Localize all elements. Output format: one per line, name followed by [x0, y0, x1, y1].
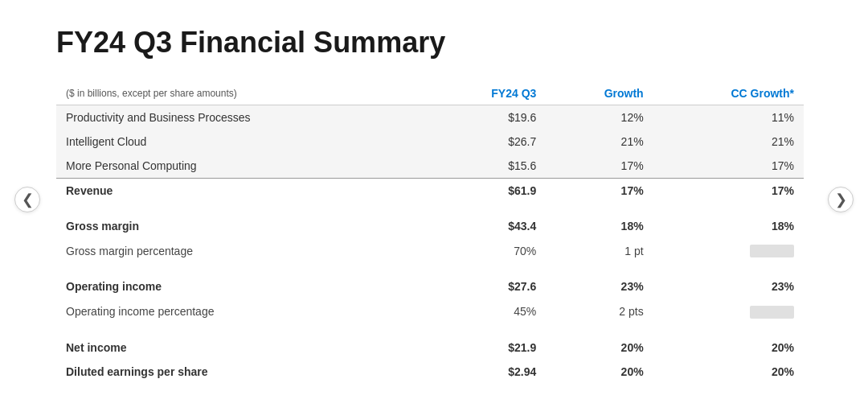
- table-row-more-personal-computing: More Personal Computing $15.6 17% 17%: [56, 154, 804, 179]
- net-income-fy24q3: $21.9: [428, 336, 546, 360]
- operating-income-pct-label: Operating income percentage: [56, 299, 428, 323]
- table-row-revenue: Revenue $61.9 17% 17%: [56, 179, 804, 204]
- table-row-gross-margin: Gross margin $43.4 18% 18%: [56, 214, 804, 238]
- gross-margin-pct-fy24q3: 70%: [428, 238, 546, 263]
- col-header-growth: Growth: [546, 82, 653, 105]
- productivity-cc: 11%: [653, 105, 804, 130]
- table-row-operating-income: Operating income $27.6 23% 23%: [56, 274, 804, 299]
- revenue-label: Revenue: [56, 179, 428, 204]
- financial-summary-table: ($ in billions, except per share amounts…: [56, 82, 804, 384]
- operating-income-pct-fy24q3: 45%: [428, 299, 546, 323]
- revenue-growth: 17%: [546, 179, 653, 204]
- col-header-fy24q3: FY24 Q3: [428, 82, 546, 105]
- productivity-growth: 12%: [546, 105, 653, 130]
- gross-margin-pct-growth: 1 pt: [546, 238, 653, 263]
- col-header-label: ($ in billions, except per share amounts…: [56, 82, 428, 105]
- diluted-eps-cc: 20%: [653, 360, 804, 384]
- net-income-growth: 20%: [546, 336, 653, 360]
- spacer-3: [56, 324, 804, 336]
- intelligent-cloud-fy24q3: $26.7: [428, 130, 546, 154]
- net-income-cc: 20%: [653, 336, 804, 360]
- gross-margin-fy24q3: $43.4: [428, 214, 546, 238]
- left-chevron-icon: ❮: [22, 191, 34, 208]
- table-row-operating-income-pct: Operating income percentage 45% 2 pts: [56, 299, 804, 323]
- operating-income-label: Operating income: [56, 274, 428, 299]
- more-personal-label: More Personal Computing: [56, 154, 428, 179]
- more-personal-fy24q3: $15.6: [428, 154, 546, 179]
- productivity-label: Productivity and Business Processes: [56, 105, 428, 130]
- spacer-2: [56, 263, 804, 274]
- more-personal-cc: 17%: [653, 154, 804, 179]
- gross-margin-growth: 18%: [546, 214, 653, 238]
- revenue-cc: 17%: [653, 179, 804, 204]
- intelligent-cloud-label: Intelligent Cloud: [56, 130, 428, 154]
- table-row-net-income: Net income $21.9 20% 20%: [56, 336, 804, 360]
- operating-income-growth: 23%: [546, 274, 653, 299]
- table-row-diluted-eps: Diluted earnings per share $2.94 20% 20%: [56, 360, 804, 384]
- operating-income-pct-cc: [653, 299, 804, 323]
- gray-placeholder-1: [750, 245, 794, 257]
- productivity-fy24q3: $19.6: [428, 105, 546, 130]
- operating-income-fy24q3: $27.6: [428, 274, 546, 299]
- revenue-fy24q3: $61.9: [428, 179, 546, 204]
- prev-arrow[interactable]: ❮: [14, 187, 40, 212]
- page-title: FY24 Q3 Financial Summary: [56, 26, 804, 60]
- gross-margin-pct-label: Gross margin percentage: [56, 238, 428, 263]
- gross-margin-label: Gross margin: [56, 214, 428, 238]
- gray-placeholder-2: [750, 306, 794, 319]
- table-row-gross-margin-pct: Gross margin percentage 70% 1 pt: [56, 238, 804, 263]
- diluted-eps-label: Diluted earnings per share: [56, 360, 428, 384]
- next-arrow[interactable]: ❯: [828, 187, 854, 212]
- right-chevron-icon: ❯: [835, 191, 847, 208]
- gross-margin-cc: 18%: [653, 214, 804, 238]
- col-header-cc-growth: CC Growth*: [653, 82, 804, 105]
- spacer-1: [56, 203, 804, 214]
- intelligent-cloud-cc: 21%: [653, 130, 804, 154]
- main-container: ❮ ❯ FY24 Q3 Financial Summary ($ in bill…: [0, 0, 868, 400]
- intelligent-cloud-growth: 21%: [546, 130, 653, 154]
- table-row-intelligent-cloud: Intelligent Cloud $26.7 21% 21%: [56, 130, 804, 154]
- more-personal-growth: 17%: [546, 154, 653, 179]
- diluted-eps-fy24q3: $2.94: [428, 360, 546, 384]
- operating-income-cc: 23%: [653, 274, 804, 299]
- operating-income-pct-growth: 2 pts: [546, 299, 653, 323]
- table-row-productivity: Productivity and Business Processes $19.…: [56, 105, 804, 130]
- diluted-eps-growth: 20%: [546, 360, 653, 384]
- net-income-label: Net income: [56, 336, 428, 360]
- gross-margin-pct-cc: [653, 238, 804, 263]
